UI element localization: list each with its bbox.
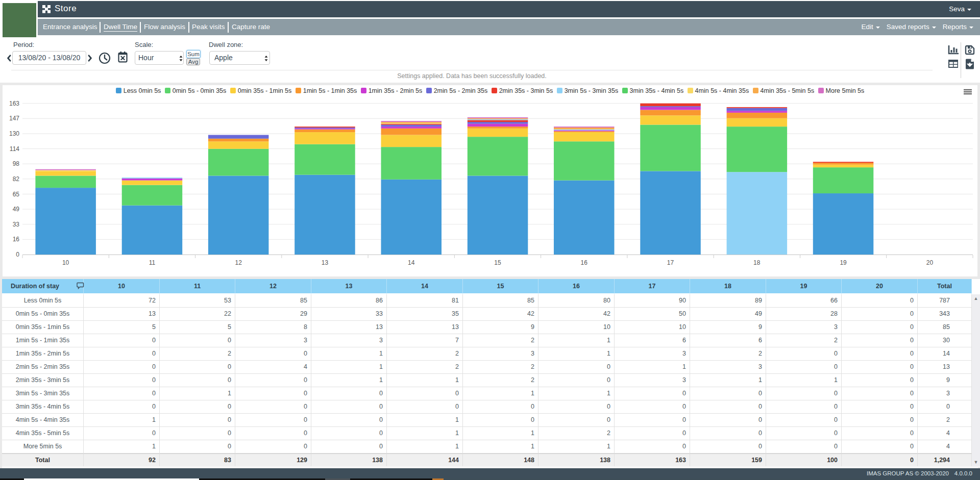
svg-text:19: 19 (840, 259, 847, 266)
svg-text:16: 16 (13, 236, 20, 243)
svg-text:17: 17 (667, 259, 674, 266)
svg-text:163: 163 (9, 100, 19, 107)
svg-text:10: 10 (62, 259, 69, 266)
svg-text:130: 130 (9, 130, 19, 137)
svg-text:65: 65 (13, 191, 20, 198)
svg-text:0: 0 (16, 251, 19, 258)
svg-text:15: 15 (494, 259, 501, 266)
svg-text:18: 18 (753, 259, 761, 266)
svg-text:98: 98 (13, 160, 20, 167)
svg-text:11: 11 (149, 259, 156, 266)
svg-text:12: 12 (235, 259, 242, 266)
svg-text:13: 13 (322, 259, 329, 266)
svg-text:20: 20 (926, 259, 934, 266)
svg-text:16: 16 (581, 259, 588, 266)
svg-text:49: 49 (13, 206, 20, 213)
svg-text:33: 33 (13, 221, 20, 228)
svg-text:114: 114 (10, 145, 19, 153)
svg-text:147: 147 (9, 115, 19, 122)
svg-text:82: 82 (13, 175, 20, 183)
svg-text:14: 14 (408, 259, 415, 266)
